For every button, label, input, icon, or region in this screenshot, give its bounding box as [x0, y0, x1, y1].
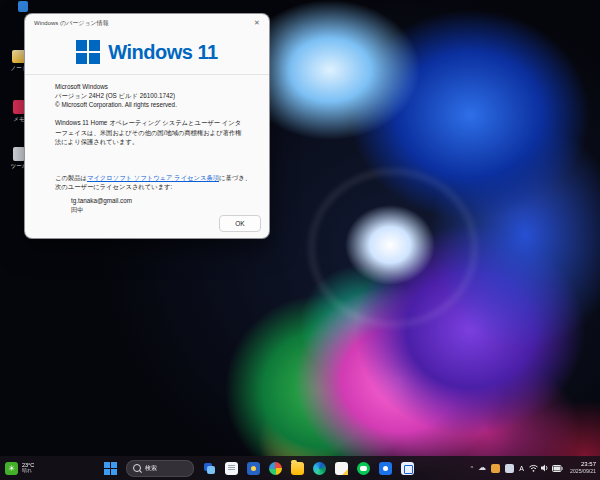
tray-app-icon-1[interactable]: [491, 464, 500, 473]
clock-date: 2025/09/21: [570, 468, 596, 474]
ime-indicator[interactable]: A: [519, 465, 524, 472]
dialog-body: Microsoft Windows バージョン 24H2 (OS ビルド 261…: [25, 75, 269, 214]
quick-settings[interactable]: [529, 464, 563, 472]
licensee-email: tg.tanaka@gmail.com: [71, 196, 253, 205]
trademark-paragraph: Windows 11 Home オペレーティング システムとユーザー インターフ…: [55, 118, 247, 146]
onedrive-icon[interactable]: ☁: [478, 464, 486, 472]
search-icon: [133, 464, 141, 472]
clock[interactable]: 23:57 2025/09/21: [570, 461, 596, 474]
copyright-line: © Microsoft Corporation. All rights rese…: [55, 100, 253, 109]
app-icon-blue-2[interactable]: [379, 462, 392, 475]
license-prefix: この製品は: [55, 174, 87, 181]
system-tray: ^ ☁ A 23:57 2025/09/21: [471, 456, 596, 480]
start-button[interactable]: [104, 462, 117, 475]
speaker-icon: [541, 464, 549, 472]
weather-icon: ☀: [5, 462, 18, 475]
version-line: バージョン 24H2 (OS ビルド 26100.1742): [55, 91, 253, 100]
dialog-title: Windows のバージョン情報: [34, 19, 247, 28]
search-label: 検索: [145, 464, 157, 473]
file-explorer-icon[interactable]: [291, 462, 304, 475]
dialog-titlebar[interactable]: Windows のバージョン情報 ✕: [25, 14, 269, 32]
wifi-icon: [529, 464, 538, 472]
tray-app-icon-2[interactable]: [505, 464, 514, 473]
photos-icon[interactable]: [269, 462, 282, 475]
edge-icon[interactable]: [313, 462, 326, 475]
license-paragraph: この製品はマイクロソフト ソフトウェア ライセンス条項に基づき、次のユーザーにラ…: [55, 173, 251, 192]
hidden-icons-chevron[interactable]: ^: [471, 465, 474, 471]
product-name: Microsoft Windows: [55, 82, 253, 91]
notepad-icon[interactable]: [225, 462, 238, 475]
close-icon[interactable]: ✕: [247, 16, 267, 30]
taskbar: ☀ 23°C 晴れ 検索 ^ ☁ A: [0, 456, 600, 480]
line-app-icon[interactable]: [357, 462, 370, 475]
licensee-name: 田中: [71, 205, 253, 214]
windows-logo-icon: [76, 40, 100, 64]
taskbar-center-group: 検索: [104, 456, 414, 480]
about-windows-dialog: Windows のバージョン情報 ✕ Windows 11 Microsoft …: [24, 13, 270, 239]
mail-app-icon[interactable]: [401, 462, 414, 475]
app-icon-blue[interactable]: [247, 462, 260, 475]
bloom-ring: [310, 170, 476, 326]
desktop-icon-partial[interactable]: [16, 1, 30, 12]
battery-icon: [552, 465, 563, 472]
task-view-button[interactable]: [203, 462, 216, 475]
licensee-block: tg.tanaka@gmail.com 田中: [71, 196, 253, 215]
windows-11-branding: Windows 11: [25, 40, 269, 64]
app-icon: [18, 1, 28, 12]
ok-button[interactable]: OK: [219, 215, 261, 232]
weather-widget[interactable]: ☀ 23°C 晴れ: [5, 456, 34, 480]
brand-text: Windows 11: [108, 41, 217, 64]
weather-condition: 晴れ: [22, 468, 34, 474]
clock-time: 23:57: [581, 461, 596, 468]
search-box[interactable]: 検索: [126, 460, 194, 477]
license-terms-link[interactable]: マイクロソフト ソフトウェア ライセンス条項: [87, 174, 219, 181]
document-app-icon[interactable]: [335, 462, 348, 475]
